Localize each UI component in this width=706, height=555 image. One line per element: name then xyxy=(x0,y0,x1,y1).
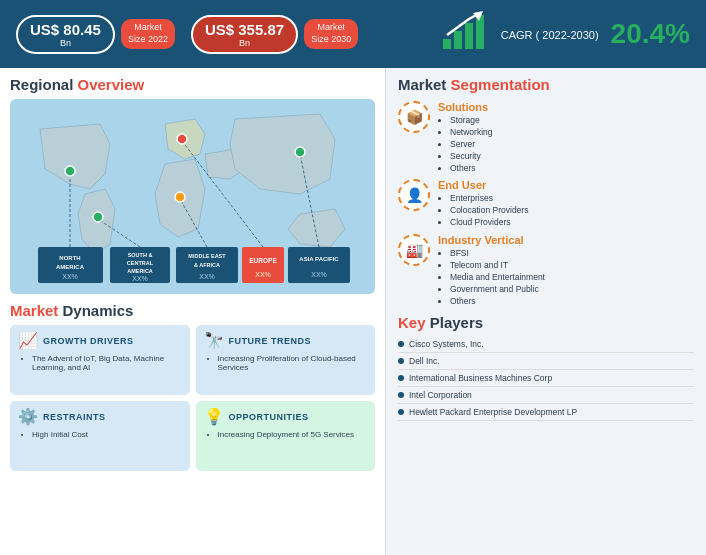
stat2-unit: Bn xyxy=(205,38,284,48)
stat2-box: US$ 355.87 Bn xyxy=(191,15,298,54)
solution-item-others: Others xyxy=(450,163,694,175)
industry-item-bfsi: BFSI xyxy=(450,248,694,260)
industry-item-media: Media and Entertainment xyxy=(450,272,694,284)
end-user-item-cloud: Cloud Providers xyxy=(450,217,694,229)
stat2-label: Market Size 2030 xyxy=(304,19,358,48)
svg-text:& AFRICA: & AFRICA xyxy=(194,262,220,268)
growth-drivers-body: The Advent of IoT, Big Data, Machine Lea… xyxy=(18,354,182,372)
industry-vertical-icon: 🏭 xyxy=(398,234,430,266)
cagr-icon xyxy=(441,11,489,58)
end-user-content: End User Enterprises Colocation Provider… xyxy=(438,179,694,229)
svg-rect-1 xyxy=(454,31,462,49)
player-item-ibm: International Business Machines Corp xyxy=(398,370,694,387)
svg-text:XX%: XX% xyxy=(132,275,148,282)
opportunities-title: OPPORTUNITIES xyxy=(229,412,309,422)
solution-item-security: Security xyxy=(450,151,694,163)
opportunities-item: Increasing Deployment of 5G Services xyxy=(218,430,368,439)
end-user-item-enterprises: Enterprises xyxy=(450,193,694,205)
stat1-group: US$ 80.45 Bn Market Size 2022 xyxy=(16,15,175,54)
opportunities-body: Increasing Deployment of 5G Services xyxy=(204,430,368,439)
svg-text:AMERICA: AMERICA xyxy=(127,268,153,274)
future-trends-card: 🔭 FUTURE TRENDS Increasing Proliferation… xyxy=(196,325,376,395)
svg-point-32 xyxy=(175,192,185,202)
restraints-card: ⚙️ RESTRAINTS High Initial Cost xyxy=(10,401,190,471)
industry-vertical-category: 🏭 Industry Vertical BFSI Telecom and IT … xyxy=(398,234,694,307)
solution-item-server: Server xyxy=(450,139,694,151)
stat2-group: US$ 355.87 Bn Market Size 2030 xyxy=(191,15,358,54)
player-dot xyxy=(398,358,404,364)
future-trends-item: Increasing Proliferation of Cloud-based … xyxy=(218,354,368,372)
growth-drivers-icon: 📈 xyxy=(18,331,38,350)
market-segmentation-title: Market Segmentation xyxy=(398,76,694,93)
solution-item-networking: Networking xyxy=(450,127,694,139)
player-item-cisco: Cisco Systems, Inc. xyxy=(398,336,694,353)
end-user-icon: 👤 xyxy=(398,179,430,211)
key-players-title: Key Players xyxy=(398,314,694,331)
stat2-value: US$ 355.87 xyxy=(205,21,284,38)
stat1-label: Market Size 2022 xyxy=(121,19,175,48)
solutions-category: 📦 Solutions Storage Networking Server Se… xyxy=(398,101,694,174)
industry-item-govt: Government and Public xyxy=(450,284,694,296)
svg-text:XX%: XX% xyxy=(255,271,271,278)
solutions-content: Solutions Storage Networking Server Secu… xyxy=(438,101,694,174)
future-trends-title: FUTURE TRENDS xyxy=(229,336,312,346)
svg-text:ASIA PACIFIC: ASIA PACIFIC xyxy=(299,256,339,262)
key-players-section: Key Players Cisco Systems, Inc. Dell Inc… xyxy=(398,314,694,421)
right-panel: Market Segmentation 📦 Solutions Storage … xyxy=(385,68,706,555)
solution-item-storage: Storage xyxy=(450,115,694,127)
restraints-icon: ⚙️ xyxy=(18,407,38,426)
industry-vertical-items: BFSI Telecom and IT Media and Entertainm… xyxy=(438,248,694,307)
growth-driver-item: The Advent of IoT, Big Data, Machine Lea… xyxy=(32,354,182,372)
svg-point-30 xyxy=(65,166,75,176)
svg-point-34 xyxy=(295,147,305,157)
industry-vertical-content: Industry Vertical BFSI Telecom and IT Me… xyxy=(438,234,694,307)
end-user-category: 👤 End User Enterprises Colocation Provid… xyxy=(398,179,694,229)
stat1-box: US$ 80.45 Bn xyxy=(16,15,115,54)
svg-rect-0 xyxy=(443,39,451,49)
map-container: NORTH AMERICA XX% SOUTH & CENTRAL AMERIC… xyxy=(10,99,375,294)
svg-point-31 xyxy=(93,212,103,222)
industry-item-others: Others xyxy=(450,296,694,308)
stat1-value: US$ 80.45 xyxy=(30,21,101,38)
stat1-unit: Bn xyxy=(30,38,101,48)
svg-text:MIDDLE EAST: MIDDLE EAST xyxy=(188,253,226,259)
opportunities-header: 💡 OPPORTUNITIES xyxy=(204,407,368,426)
player-item-dell: Dell Inc. xyxy=(398,353,694,370)
cagr-section: CAGR ( 2022-2030) 20.4% xyxy=(441,11,690,58)
solutions-title: Solutions xyxy=(438,101,694,113)
future-trends-icon: 🔭 xyxy=(204,331,224,350)
player-dot xyxy=(398,392,404,398)
regional-overview-title: Regional Overview xyxy=(10,76,375,93)
player-item-intel: Intel Corporation xyxy=(398,387,694,404)
svg-rect-3 xyxy=(476,15,484,49)
main-content: Regional Overview xyxy=(0,68,706,555)
end-user-item-colocation: Colocation Providers xyxy=(450,205,694,217)
market-dynamics-title: Market Dynamics xyxy=(10,302,375,319)
svg-text:NORTH: NORTH xyxy=(59,255,80,261)
opportunities-icon: 💡 xyxy=(204,407,224,426)
svg-text:XX%: XX% xyxy=(62,273,78,280)
svg-text:CENTRAL: CENTRAL xyxy=(127,260,154,266)
future-trends-header: 🔭 FUTURE TRENDS xyxy=(204,331,368,350)
header: US$ 80.45 Bn Market Size 2022 US$ 355.87… xyxy=(0,0,706,68)
growth-drivers-card: 📈 GROWTH DRIVERS The Advent of IoT, Big … xyxy=(10,325,190,395)
future-trends-body: Increasing Proliferation of Cloud-based … xyxy=(204,354,368,372)
end-user-items: Enterprises Colocation Providers Cloud P… xyxy=(438,193,694,229)
industry-vertical-title: Industry Vertical xyxy=(438,234,694,246)
player-dot xyxy=(398,341,404,347)
svg-text:SOUTH &: SOUTH & xyxy=(128,252,153,258)
world-map-svg: NORTH AMERICA XX% SOUTH & CENTRAL AMERIC… xyxy=(10,99,375,294)
player-dot xyxy=(398,375,404,381)
solutions-items: Storage Networking Server Security Other… xyxy=(438,115,694,174)
player-dot xyxy=(398,409,404,415)
player-item-hpe: Hewlett Packard Enterprise Development L… xyxy=(398,404,694,421)
svg-point-33 xyxy=(177,134,187,144)
growth-drivers-header: 📈 GROWTH DRIVERS xyxy=(18,331,182,350)
restraints-item: High Initial Cost xyxy=(32,430,182,439)
restraints-header: ⚙️ RESTRAINTS xyxy=(18,407,182,426)
growth-drivers-title: GROWTH DRIVERS xyxy=(43,336,134,346)
svg-text:AMERICA: AMERICA xyxy=(56,264,85,270)
svg-text:EUROPE: EUROPE xyxy=(249,257,277,264)
cagr-label-text: CAGR ( 2022-2030) xyxy=(501,25,599,43)
dynamics-grid: 📈 GROWTH DRIVERS The Advent of IoT, Big … xyxy=(10,325,375,471)
